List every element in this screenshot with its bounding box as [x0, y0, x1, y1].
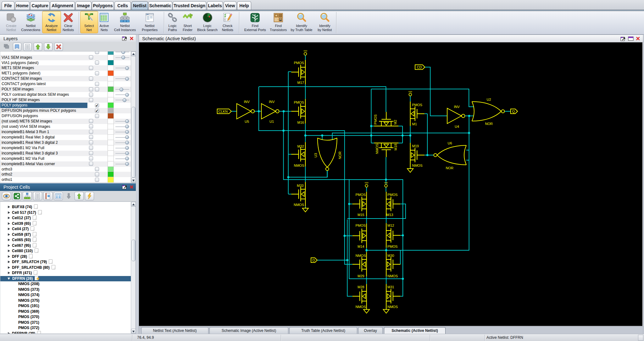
svg-text:U2: U2 — [487, 98, 491, 101]
svg-text:M28: M28 — [358, 285, 364, 289]
svg-text:VDD: VDD — [384, 182, 388, 184]
svg-text:D: D — [313, 258, 315, 262]
svg-text:M13: M13 — [386, 213, 393, 217]
svg-text:M15: M15 — [358, 213, 364, 217]
svg-text:M31: M31 — [387, 285, 394, 289]
svg-text:M33: M33 — [297, 184, 303, 187]
svg-text:PMOS: PMOS — [387, 193, 397, 197]
svg-text:M14: M14 — [358, 245, 364, 248]
svg-text:PMOS: PMOS — [387, 245, 397, 248]
svg-text:PMOS: PMOS — [374, 114, 377, 124]
svg-text:NOR: NOR — [446, 166, 454, 170]
svg-text:M18: M18 — [394, 144, 397, 150]
svg-text:INV: INV — [269, 100, 275, 104]
svg-text:NOR: NOR — [338, 151, 342, 159]
svg-text:U4: U4 — [455, 125, 459, 128]
svg-text:M1: M1 — [412, 122, 417, 126]
svg-text:NMOS: NMOS — [294, 164, 304, 167]
svg-text:VDD: VDD — [303, 50, 307, 52]
svg-text:NMOS: NMOS — [356, 254, 366, 257]
svg-text:NMOS: NMOS — [387, 274, 398, 278]
svg-text:PMOS: PMOS — [356, 193, 366, 197]
svg-text:CLKN: CLKN — [219, 110, 228, 113]
svg-text:NMOS: NMOS — [356, 305, 366, 309]
svg-text:Q: Q — [512, 110, 515, 113]
svg-text:NOR: NOR — [485, 122, 493, 126]
svg-text:VDD: VDD — [364, 182, 368, 184]
svg-text:M19: M19 — [412, 144, 419, 148]
svg-text:PMOS: PMOS — [412, 103, 422, 107]
svg-text:M12: M12 — [387, 224, 394, 227]
svg-text:PMOS: PMOS — [294, 61, 304, 65]
svg-text:U5: U5 — [245, 120, 249, 123]
svg-text:M16: M16 — [297, 121, 304, 124]
svg-text:NMOS: NMOS — [375, 144, 379, 154]
svg-text:M29: M29 — [358, 274, 364, 278]
svg-text:M2: M2 — [393, 120, 397, 124]
svg-text:CD: CD — [417, 65, 422, 69]
svg-text:VDD: VDD — [408, 91, 412, 93]
svg-text:INV: INV — [454, 105, 460, 109]
svg-text:M30: M30 — [387, 254, 394, 257]
svg-text:U1: U1 — [269, 120, 274, 123]
svg-text:NMOS: NMOS — [294, 203, 304, 207]
svg-text:INV: INV — [244, 100, 250, 104]
svg-text:M32: M32 — [297, 144, 304, 148]
svg-text:M17: M17 — [297, 81, 304, 84]
svg-text:U6: U6 — [448, 141, 452, 145]
svg-text:U3: U3 — [314, 153, 318, 157]
svg-text:NMOS: NMOS — [412, 164, 423, 167]
svg-text:PMOS: PMOS — [294, 100, 304, 104]
svg-text:PMOS: PMOS — [356, 224, 366, 227]
svg-text:NMOS: NMOS — [387, 305, 398, 309]
